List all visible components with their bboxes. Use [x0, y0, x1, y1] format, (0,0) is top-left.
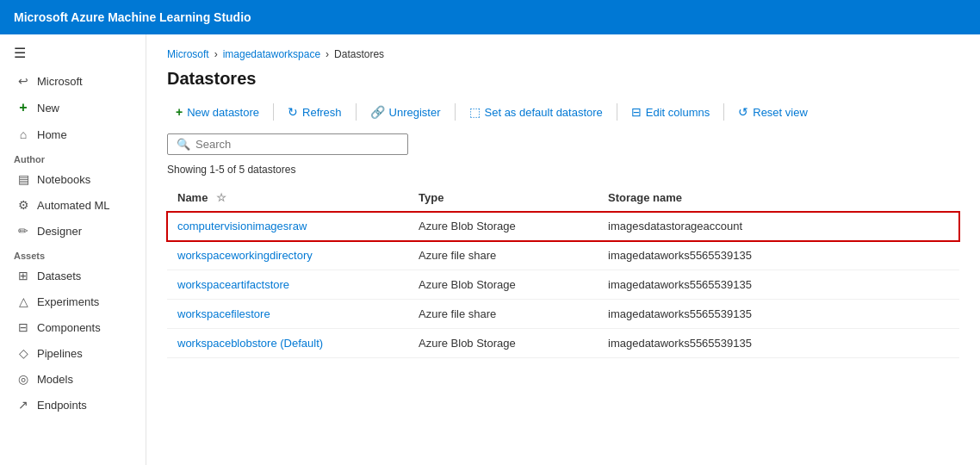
sidebar-item-home[interactable]: ⌂ Home — [0, 121, 146, 147]
sidebar-label-experiments: Experiments — [37, 295, 99, 308]
back-icon: ↩ — [16, 74, 30, 88]
plus-icon: + — [16, 100, 30, 115]
search-input[interactable] — [195, 138, 399, 151]
toolbar-divider-5 — [723, 103, 724, 121]
sidebar-label-datasets: Datasets — [37, 270, 81, 282]
sidebar-label-notebooks: Notebooks — [37, 173, 90, 186]
top-bar: Microsoft Azure Machine Learning Studio — [0, 0, 980, 34]
sidebar-label-pipelines: Pipelines — [37, 347, 83, 360]
toolbar: + New datastore ↻ Refresh 🔗 Unregister ⬚… — [167, 101, 959, 123]
showing-count: Showing 1-5 of 5 datastores — [167, 164, 959, 176]
datastore-storage: imagedataworks5565539135 — [598, 270, 959, 300]
sidebar-label-components: Components — [37, 321, 101, 334]
breadcrumb-microsoft[interactable]: Microsoft — [167, 48, 209, 60]
unregister-icon: 🔗 — [370, 105, 385, 119]
reset-view-button[interactable]: ↺ Reset view — [729, 101, 816, 123]
unregister-button[interactable]: 🔗 Unregister — [362, 101, 450, 123]
page-title: Datastores — [167, 69, 959, 89]
set-default-label: Set as default datastore — [485, 106, 603, 119]
sidebar: ☰ ↩ Microsoft + New ⌂ Home Author ▤ Note… — [0, 34, 146, 465]
sidebar-label-models: Models — [37, 373, 73, 386]
sidebar-item-microsoft[interactable]: ↩ Microsoft — [0, 68, 146, 94]
search-box: 🔍 — [167, 133, 408, 155]
content-area: Microsoft › imagedataworkspace › Datasto… — [146, 34, 980, 465]
notebooks-icon: ▤ — [16, 172, 30, 186]
sidebar-item-automated-ml[interactable]: ⚙ Automated ML — [0, 192, 146, 218]
toolbar-divider-1 — [273, 103, 274, 121]
pipelines-icon: ◇ — [16, 346, 30, 360]
author-section-label: Author — [0, 147, 146, 166]
table-row[interactable]: workspaceworkingdirectoryAzure file shar… — [167, 241, 959, 270]
home-icon: ⌂ — [16, 127, 30, 141]
main-layout: ☰ ↩ Microsoft + New ⌂ Home Author ▤ Note… — [0, 34, 980, 465]
sidebar-item-new[interactable]: + New — [0, 94, 146, 121]
datastore-type: Azure Blob Storage — [408, 212, 598, 241]
datastore-storage: imagedataworks5565539135 — [598, 241, 959, 270]
new-datastore-button[interactable]: + New datastore — [167, 101, 268, 123]
set-default-icon: ⬚ — [469, 105, 481, 119]
datastore-type: Azure Blob Storage — [408, 270, 598, 300]
new-datastore-label: New datastore — [187, 106, 259, 119]
datastore-type: Azure Blob Storage — [408, 329, 598, 358]
refresh-button[interactable]: ↻ Refresh — [279, 101, 350, 123]
sidebar-item-components[interactable]: ⊟ Components — [0, 314, 146, 340]
table-row[interactable]: workspacefilestoreAzure file shareimaged… — [167, 300, 959, 329]
datastore-storage: imagedataworks5565539135 — [598, 300, 959, 329]
sidebar-label-home: Home — [37, 128, 67, 141]
sidebar-item-models[interactable]: ◎ Models — [0, 366, 146, 392]
table-row[interactable]: workspaceartifactstoreAzure Blob Storage… — [167, 270, 959, 300]
datasets-icon: ⊞ — [16, 269, 30, 282]
breadcrumb-workspace[interactable]: imagedataworkspace — [223, 48, 320, 60]
datastore-name-link[interactable]: computervisionimagesraw — [177, 220, 307, 232]
datastores-table: Name ☆ Type Storage name computervisioni… — [167, 184, 959, 358]
col-header-storage: Storage name — [598, 184, 959, 212]
sidebar-label-microsoft: Microsoft — [37, 75, 83, 88]
app-title: Microsoft Azure Machine Learning Studio — [14, 10, 251, 24]
sidebar-item-experiments[interactable]: △ Experiments — [0, 288, 146, 314]
breadcrumb: Microsoft › imagedataworkspace › Datasto… — [167, 48, 959, 60]
new-datastore-icon: + — [176, 105, 183, 119]
sidebar-item-pipelines[interactable]: ◇ Pipelines — [0, 340, 146, 366]
col-header-type: Type — [408, 184, 598, 212]
breadcrumb-current: Datastores — [334, 48, 384, 60]
datastore-storage: imagesdatastorageaccount — [598, 212, 959, 241]
reset-view-label: Reset view — [753, 106, 808, 119]
automated-ml-icon: ⚙ — [16, 198, 30, 212]
refresh-label: Refresh — [302, 106, 342, 119]
refresh-icon: ↻ — [288, 105, 298, 119]
datastore-name-link[interactable]: workspaceworkingdirectory — [177, 249, 313, 262]
sidebar-label-designer: Designer — [37, 225, 82, 238]
datastore-name-link[interactable]: workspacefilestore — [177, 307, 270, 320]
datastore-type: Azure file share — [408, 300, 598, 329]
hamburger-button[interactable]: ☰ — [0, 38, 146, 68]
table-header-row: Name ☆ Type Storage name — [167, 184, 959, 212]
datastore-type: Azure file share — [408, 241, 598, 270]
sidebar-item-datasets[interactable]: ⊞ Datasets — [0, 263, 146, 288]
col-header-name: Name ☆ — [167, 184, 408, 212]
toolbar-divider-3 — [455, 103, 456, 121]
set-default-button[interactable]: ⬚ Set as default datastore — [461, 101, 611, 123]
table-row[interactable]: computervisionimagesrawAzure Blob Storag… — [167, 212, 959, 241]
assets-section-label: Assets — [0, 244, 146, 263]
col-star-header[interactable]: ☆ — [216, 191, 226, 204]
endpoints-icon: ↗ — [16, 398, 30, 412]
sidebar-item-designer[interactable]: ✏ Designer — [0, 218, 146, 244]
experiments-icon: △ — [16, 294, 30, 308]
sidebar-item-notebooks[interactable]: ▤ Notebooks — [0, 166, 146, 192]
toolbar-divider-4 — [617, 103, 617, 121]
sidebar-label-automated-ml: Automated ML — [37, 199, 110, 212]
sidebar-item-endpoints[interactable]: ↗ Endpoints — [0, 392, 146, 418]
datastore-storage: imagedataworks5565539135 — [598, 329, 959, 358]
datastore-name-link[interactable]: workspaceartifactstore — [177, 278, 289, 291]
components-icon: ⊟ — [16, 320, 30, 334]
designer-icon: ✏ — [16, 224, 30, 238]
datastore-name-link[interactable]: workspaceblobstore (Default) — [177, 337, 323, 350]
toolbar-divider-2 — [356, 103, 357, 121]
search-icon: 🔍 — [177, 138, 190, 151]
table-row[interactable]: workspaceblobstore (Default)Azure Blob S… — [167, 329, 959, 358]
models-icon: ◎ — [16, 372, 30, 386]
reset-view-icon: ↺ — [738, 105, 748, 119]
sidebar-label-new: New — [37, 102, 59, 115]
sidebar-label-endpoints: Endpoints — [37, 399, 87, 412]
edit-columns-button[interactable]: ⊟ Edit columns — [623, 101, 718, 123]
